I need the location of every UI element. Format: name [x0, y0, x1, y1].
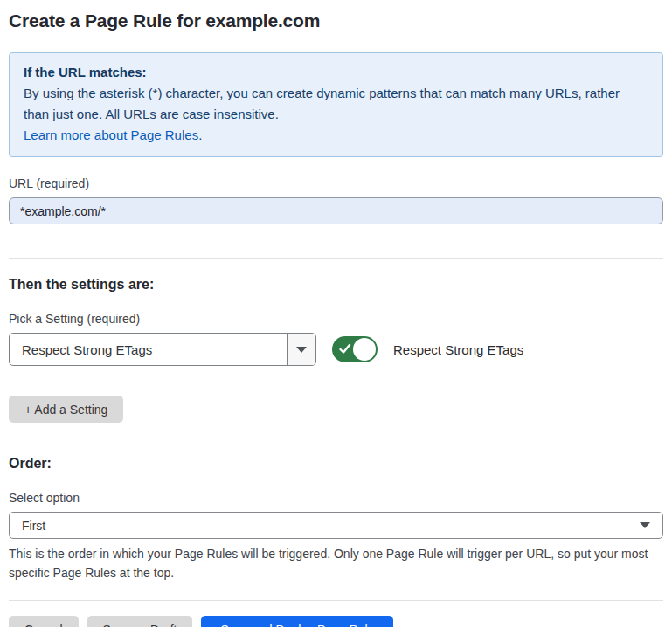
- toggle-label: Respect Strong ETags: [393, 342, 523, 357]
- setting-select-arrow-button[interactable]: [287, 334, 315, 365]
- page-title: Create a Page Rule for example.com: [9, 10, 663, 31]
- cancel-button[interactable]: Cancel: [9, 616, 79, 627]
- info-box-body: By using the asterisk (*) character, you…: [24, 83, 648, 125]
- add-setting-button[interactable]: + Add a Setting: [9, 396, 123, 423]
- chevron-down-icon: [296, 347, 307, 353]
- order-section-heading: Order:: [9, 456, 663, 472]
- save-draft-button[interactable]: Save as Draft: [87, 616, 193, 627]
- save-deploy-button[interactable]: Save and Deploy Page Rule: [201, 616, 393, 627]
- check-icon: [339, 343, 351, 355]
- section-divider: [9, 258, 663, 259]
- order-help-text: This is the order in which your Page Rul…: [9, 544, 655, 582]
- url-field-label: URL (required): [9, 176, 663, 190]
- link-period: .: [198, 127, 202, 142]
- etags-toggle[interactable]: [332, 336, 378, 362]
- order-select[interactable]: First: [9, 512, 663, 539]
- setting-select-value: Respect Strong ETags: [10, 334, 287, 365]
- pick-setting-label: Pick a Setting (required): [9, 312, 663, 326]
- setting-select[interactable]: Respect Strong ETags: [9, 333, 316, 366]
- settings-section-heading: Then the settings are:: [9, 277, 663, 293]
- order-select-value: First: [22, 519, 640, 533]
- url-match-info-box: If the URL matches: By using the asteris…: [9, 52, 663, 157]
- footer-actions: Cancel Save as Draft Save and Deploy Pag…: [9, 616, 663, 627]
- setting-row: Respect Strong ETags Respect Strong ETag…: [9, 333, 663, 366]
- info-box-heading: If the URL matches:: [24, 62, 648, 83]
- learn-more-link[interactable]: Learn more about Page Rules: [24, 127, 198, 142]
- section-divider: [9, 438, 663, 438]
- info-box-link-line: Learn more about Page Rules.: [24, 125, 648, 146]
- url-input[interactable]: [9, 197, 663, 224]
- footer-divider: [9, 600, 663, 601]
- toggle-knob: [353, 338, 376, 361]
- create-page-rule-form: Create a Page Rule for example.com If th…: [0, 0, 672, 627]
- order-select-label: Select option: [9, 491, 663, 505]
- chevron-down-icon: [640, 522, 650, 528]
